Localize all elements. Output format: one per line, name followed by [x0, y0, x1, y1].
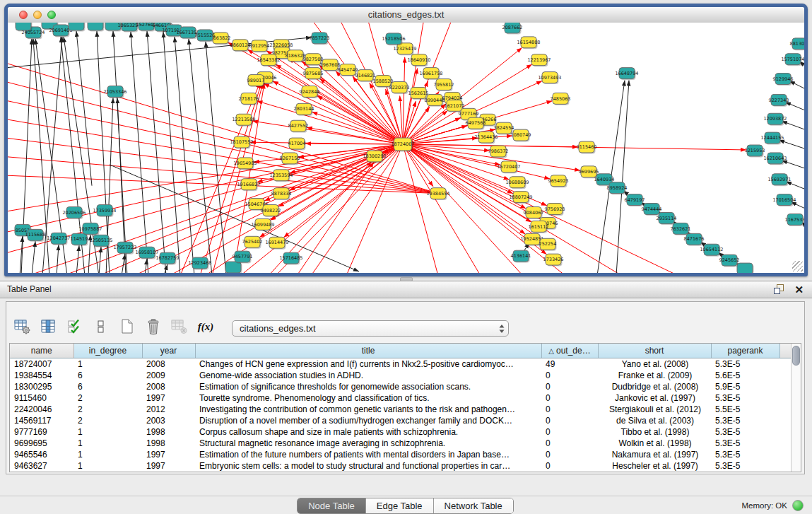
- graph-node[interactable]: 16961758: [419, 68, 442, 80]
- graph-node[interactable]: 10688609: [505, 177, 529, 189]
- table-cell[interactable]: 5.6E-5: [711, 370, 779, 381]
- table-cell[interactable]: Yano et al. (2008): [598, 358, 711, 370]
- graph-node[interactable]: 1733426: [543, 254, 564, 266]
- graph-node[interactable]: 7485063: [551, 93, 571, 105]
- graph-node[interactable]: 8471676: [684, 233, 705, 245]
- graph-node[interactable]: 7632621: [671, 223, 691, 235]
- table-cell[interactable]: 5.3E-5: [711, 358, 779, 370]
- graph-node[interactable]: 8958924: [607, 182, 628, 194]
- graph-node[interactable]: 6497568: [466, 117, 486, 129]
- graph-node[interactable]: 10654112: [700, 244, 723, 256]
- graph-node[interactable]: 8220373: [389, 82, 410, 94]
- graph-node[interactable]: 16210643: [763, 153, 787, 165]
- table-cell[interactable]: 0: [541, 449, 598, 460]
- table-cell[interactable]: 5.3E-5: [711, 415, 779, 426]
- graph-node[interactable]: 1615112: [529, 221, 549, 233]
- table-cell[interactable]: 2: [73, 392, 142, 404]
- table-cell[interactable]: 2003: [142, 415, 195, 426]
- table-cell[interactable]: 14569117: [10, 415, 73, 426]
- graph-node[interactable]: 8267150: [280, 153, 300, 165]
- graph-node[interactable]: [16, 23, 33, 31]
- table-cell[interactable]: Embryonic stem cells: a model to study s…: [195, 460, 541, 472]
- table-cell[interactable]: 1997: [142, 460, 195, 472]
- table-cell[interactable]: 0: [541, 415, 598, 426]
- table-cell[interactable]: 9777169: [10, 426, 73, 438]
- table-cell[interactable]: 9463627: [10, 460, 73, 472]
- graph-node[interactable]: 4136141: [511, 250, 531, 262]
- table-mode-icon[interactable]: [13, 317, 33, 337]
- graph-node[interactable]: 9084067: [524, 207, 544, 219]
- graph-node[interactable]: 17359934: [93, 205, 116, 217]
- table-cell[interactable]: Franke et al. (2009): [598, 370, 711, 381]
- table-cell[interactable]: Genome-wide association studies in ADHD.: [195, 370, 541, 381]
- graph-node[interactable]: 17016504: [772, 194, 796, 206]
- column-header-out_de[interactable]: △out_de…: [541, 344, 598, 358]
- table-cell[interactable]: 1997: [142, 449, 195, 460]
- table-cell[interactable]: 18724007: [10, 358, 73, 370]
- table-row[interactable]: 946362711997Embryonic stem cells: a mode…: [10, 460, 793, 472]
- table-cell[interactable]: Stergiakouli et al. (2012): [598, 404, 711, 415]
- graph-node[interactable]: 12923468: [188, 257, 211, 269]
- table-cell[interactable]: 2008: [142, 381, 195, 392]
- graph-node[interactable]: 15720407: [497, 161, 520, 173]
- graph-node[interactable]: 8860124: [230, 40, 251, 52]
- function-builder-icon[interactable]: f(x): [196, 317, 216, 337]
- graph-node[interactable]: 18640910: [407, 54, 430, 66]
- graph-node[interactable]: 8878334: [271, 188, 292, 200]
- table-row[interactable]: 969969511998Structural magnetic resonanc…: [10, 438, 793, 449]
- table-scrollbar[interactable]: [791, 344, 801, 472]
- table-row[interactable]: 946554611997Estimation of the future num…: [10, 449, 793, 460]
- memory-ok-indicator-icon[interactable]: [792, 500, 804, 511]
- table-cell[interactable]: 1: [73, 438, 142, 449]
- create-column-icon[interactable]: [65, 317, 85, 337]
- graph-node[interactable]: 12093872: [763, 113, 787, 125]
- graph-node[interactable]: 16782759: [155, 252, 179, 264]
- network-canvas[interactable]: 7663822886012489129542322605898275061654…: [8, 23, 804, 273]
- table-cell[interactable]: 5.3E-5: [711, 449, 779, 460]
- graph-node[interactable]: 10973493: [538, 72, 561, 84]
- column-header-pagerank[interactable]: pagerank: [711, 344, 779, 358]
- table-cell[interactable]: Tourette syndrome. Phenomenology and cla…: [195, 392, 541, 404]
- table-row[interactable]: 1830029562008Estimation of significance …: [10, 381, 793, 392]
- table-cell[interactable]: Corpus callosum shape and size in male p…: [195, 426, 541, 438]
- table-cell[interactable]: 0: [541, 381, 598, 392]
- citation-network-graph[interactable]: 7663822886012489129542322605898275061654…: [8, 23, 804, 273]
- graph-node[interactable]: 12042737: [47, 233, 70, 245]
- graph-node[interactable]: [88, 23, 105, 31]
- table-row[interactable]: 2242004622012Investigating the contribut…: [10, 404, 793, 415]
- graph-node[interactable]: 9756928: [545, 204, 565, 216]
- table-selector-dropdown[interactable]: citations_edges.txt: [232, 320, 509, 337]
- table-cell[interactable]: 9465546: [10, 449, 73, 460]
- table-cell[interactable]: Jankovic et al. (1997): [598, 392, 711, 404]
- close-panel-icon[interactable]: ✕: [794, 282, 804, 298]
- graph-node[interactable]: 114519: [71, 233, 88, 245]
- row-height-icon[interactable]: [91, 317, 111, 337]
- graph-node[interactable]: 6479197: [625, 194, 645, 206]
- table-cell[interactable]: 5.3E-5: [711, 438, 779, 449]
- graph-node[interactable]: 16154808: [517, 37, 540, 49]
- graph-node[interactable]: 20206506: [62, 207, 86, 219]
- table-row[interactable]: 1456911722003Disruption of a novel membe…: [10, 415, 793, 426]
- table-cell[interactable]: 6: [73, 381, 142, 392]
- window-resize-grip-icon[interactable]: [792, 261, 803, 271]
- graph-node[interactable]: 15751074: [781, 54, 804, 66]
- graph-node[interactable]: 17957223: [113, 242, 136, 254]
- table-cell[interactable]: 9699695: [10, 438, 73, 449]
- table-cell[interactable]: 9115460: [10, 392, 73, 404]
- table-cell[interactable]: Wolkin et al. (1998): [598, 438, 711, 449]
- graph-node[interactable]: 16648794: [615, 68, 638, 80]
- float-panel-icon[interactable]: [774, 284, 784, 294]
- graph-node[interactable]: 16099489: [251, 218, 274, 230]
- table-cell[interactable]: 2: [73, 415, 142, 426]
- graph-node[interactable]: 7955812: [434, 79, 454, 91]
- table-cell[interactable]: 1: [73, 358, 142, 370]
- graph-node[interactable]: 1080749: [511, 129, 531, 141]
- table-cell[interactable]: 5.9E-5: [711, 381, 779, 392]
- table-cell[interactable]: 5.3E-5: [711, 392, 779, 404]
- graph-node[interactable]: 9242844: [300, 86, 320, 98]
- table-cell[interactable]: Estimation of the future numbers of pati…: [195, 449, 541, 460]
- graph-node[interactable]: 2935114: [657, 212, 677, 224]
- graph-node[interactable]: 9245652: [719, 255, 740, 267]
- graph-node[interactable]: 9498222: [261, 205, 281, 217]
- graph-node[interactable]: 417004: [288, 138, 306, 150]
